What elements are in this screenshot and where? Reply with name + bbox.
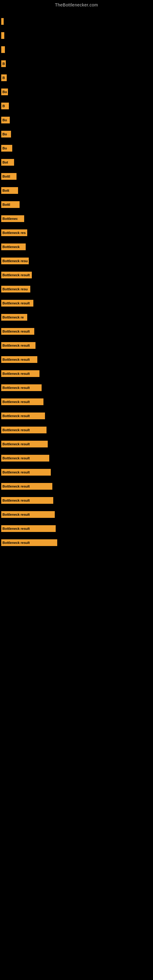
- bar-row: Bo: [0, 130, 153, 138]
- bar: Bottleneck result: [1, 483, 52, 490]
- bar-row: Bottleneck: [0, 243, 153, 251]
- site-title: TheBottlenecker.com: [0, 0, 153, 9]
- bar-row: B: [0, 102, 153, 110]
- bar-row: Bottleneck resu: [0, 257, 153, 265]
- bar-label: Bottleneck result: [2, 329, 30, 333]
- bar: Bo: [1, 145, 12, 151]
- bar-label: Bottleneck resu: [2, 287, 28, 291]
- bar-row: B: [0, 59, 153, 68]
- bar-label: Bottl: [2, 203, 10, 207]
- bar-label: B: [2, 76, 5, 80]
- bar-row: Bottleneck result: [0, 482, 153, 491]
- bar: Bo: [1, 89, 8, 95]
- bar-row: Bottleneck result: [0, 327, 153, 336]
- bar-row: Bo: [0, 88, 153, 96]
- bar-label: Bottleneck result: [2, 456, 30, 460]
- bar-label: Bo: [2, 90, 7, 94]
- bar: Bottleneck result: [1, 272, 32, 278]
- bar: Bottl: [1, 173, 16, 180]
- bar-row: Bottl: [0, 200, 153, 209]
- bar-row: Bottleneck result: [0, 369, 153, 378]
- bar-row: Bo: [0, 144, 153, 153]
- bar-label: Bottleneck result: [2, 485, 30, 488]
- bar-row: Bottleneck res: [0, 229, 153, 237]
- bar-row: Bottleneck re: [0, 313, 153, 321]
- bar-row: Bottleneck result: [0, 355, 153, 364]
- bar: [1, 32, 4, 39]
- bar: Bo: [1, 117, 10, 123]
- bar-label: Bottleneck result: [2, 541, 30, 544]
- bar-row: Bottleneck result: [0, 524, 153, 533]
- bar: Bottleneck resu: [1, 286, 30, 293]
- bar-row: B: [0, 73, 153, 82]
- bar-label: Bottleneck result: [2, 499, 30, 502]
- bar: Bottleneck result: [1, 300, 33, 307]
- bar-label: Bottleneck result: [2, 527, 30, 530]
- bar: Bottleneck result: [1, 412, 45, 419]
- bar: Bo: [1, 131, 11, 137]
- bar-label: Bottleneck result: [2, 428, 30, 432]
- bar-label: Bottleneck re: [2, 315, 24, 319]
- bar-row: [0, 45, 153, 54]
- bar: Bottleneck result: [1, 356, 37, 363]
- bar-label: Bottlenec: [2, 217, 18, 221]
- bar: B: [1, 103, 9, 109]
- bar-label: Bottleneck result: [2, 301, 30, 305]
- bar: Bottlenec: [1, 215, 24, 222]
- bar-row: Bottleneck result: [0, 426, 153, 434]
- bar-row: Bottleneck result: [0, 299, 153, 307]
- bar: Bottleneck result: [1, 525, 56, 532]
- bar: Bottleneck res: [1, 229, 27, 236]
- bar-row: Bot: [0, 158, 153, 167]
- bar-label: Bottleneck result: [2, 400, 30, 404]
- bars-container: BBBoBBoBoBoBotBottlBottBottlBottlenecBot…: [0, 9, 153, 547]
- bar-label: Bo: [2, 118, 7, 122]
- bar: Bottleneck result: [1, 398, 43, 405]
- bar-label: Bo: [2, 132, 7, 136]
- bar-row: Bottleneck result: [0, 271, 153, 279]
- bar: Bottleneck: [1, 243, 26, 250]
- bar-row: Bottleneck result: [0, 412, 153, 420]
- bar-row: Bottleneck result: [0, 398, 153, 406]
- bar-label: Bot: [2, 161, 8, 164]
- bar-row: Bottleneck result: [0, 538, 153, 547]
- bar-row: Bottleneck result: [0, 383, 153, 392]
- bar-label: Bottleneck result: [2, 372, 30, 375]
- bar: Bottleneck re: [1, 314, 27, 321]
- bar: Bottleneck result: [1, 370, 40, 377]
- bar-row: Bottleneck result: [0, 341, 153, 350]
- bar-label: Bottleneck result: [2, 470, 30, 474]
- bar-label: B: [2, 62, 5, 65]
- bar: Bottleneck result: [1, 384, 41, 391]
- bar-label: Bottleneck result: [2, 442, 30, 446]
- bar: B: [1, 75, 7, 81]
- bar-row: [0, 31, 153, 40]
- bar-row: Bottl: [0, 172, 153, 181]
- bar: Bottleneck result: [1, 497, 53, 504]
- bar-row: Bottleneck result: [0, 454, 153, 463]
- bar-row: Bottlenec: [0, 215, 153, 223]
- bar: Bottleneck result: [1, 342, 35, 349]
- bar-label: Bo: [2, 146, 7, 150]
- bar-row: Bottleneck result: [0, 468, 153, 477]
- bar-label: Bottleneck result: [2, 344, 30, 347]
- bar: Bottleneck result: [1, 469, 51, 476]
- bar: Bottleneck result: [1, 455, 49, 461]
- bar-label: Bottleneck result: [2, 273, 30, 277]
- bar: Bottleneck result: [1, 426, 46, 433]
- bar-row: [0, 17, 153, 26]
- bar: B: [1, 60, 6, 67]
- bar-label: B: [2, 104, 5, 108]
- bar: Bottleneck result: [1, 328, 34, 335]
- bar-label: Bottleneck result: [2, 358, 30, 361]
- bar-label: Bottleneck result: [2, 414, 30, 418]
- bar: Bot: [1, 159, 14, 166]
- bar: Bott: [1, 187, 18, 194]
- bar-row: Bottleneck result: [0, 496, 153, 505]
- bar: [1, 46, 5, 53]
- bar-label: Bottl: [2, 175, 10, 178]
- bar: Bottleneck result: [1, 539, 57, 546]
- bar-label: Bott: [2, 189, 9, 192]
- bar-label: Bottleneck resu: [2, 259, 28, 263]
- bar-label: Bottleneck res: [2, 231, 26, 235]
